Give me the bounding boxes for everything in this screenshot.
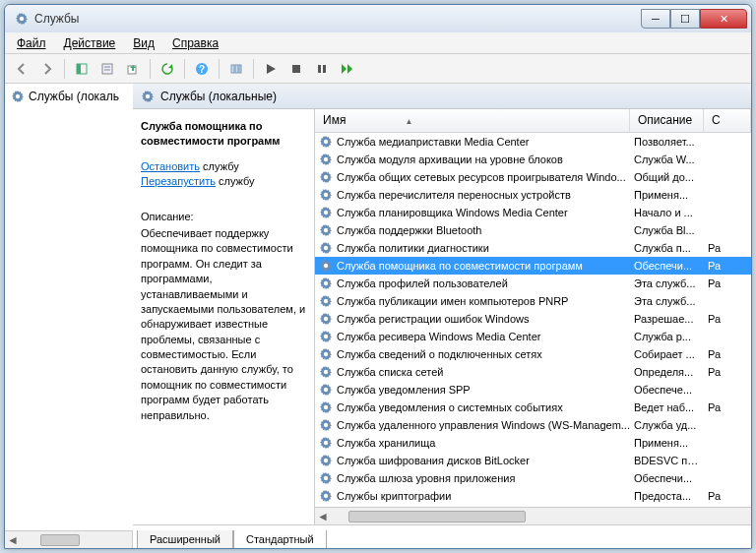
help-button[interactable]: ? bbox=[191, 58, 213, 80]
tab-extended[interactable]: Расширенный bbox=[137, 530, 233, 548]
show-hide-button[interactable] bbox=[71, 58, 93, 80]
service-name: Служба политики диагностики bbox=[337, 242, 489, 254]
service-row[interactable]: Служба уведомления о системных событияхВ… bbox=[315, 399, 751, 416]
tab-standard[interactable]: Стандартный bbox=[233, 530, 327, 548]
back-button[interactable] bbox=[11, 58, 32, 80]
gear-icon bbox=[319, 259, 333, 273]
service-name: Служба списка сетей bbox=[337, 366, 443, 378]
gear-icon bbox=[319, 312, 333, 326]
svg-rect-14 bbox=[323, 65, 326, 73]
service-desc: Обеспече... bbox=[630, 384, 704, 396]
service-row[interactable]: Служба модуля архивации на уровне блоков… bbox=[315, 151, 751, 168]
restart-button[interactable] bbox=[337, 58, 358, 80]
close-button[interactable]: ✕ bbox=[700, 9, 747, 29]
svg-rect-11 bbox=[239, 65, 241, 73]
service-name: Служба шлюза уровня приложения bbox=[337, 472, 515, 484]
column-name[interactable]: Имя▲ bbox=[315, 109, 630, 132]
gear-icon bbox=[319, 436, 333, 450]
tree-root[interactable]: Службы (локаль bbox=[9, 88, 129, 105]
stop-service-link[interactable]: Остановить службу bbox=[141, 159, 306, 174]
service-name: Служба общих сетевых ресурсов проигрыват… bbox=[337, 171, 626, 183]
columns-button[interactable] bbox=[225, 58, 247, 80]
service-row[interactable]: Служба уведомления SPPОбеспече... bbox=[315, 381, 751, 399]
service-row[interactable]: Служба удаленного управления Windows (WS… bbox=[315, 416, 751, 434]
svg-rect-12 bbox=[292, 65, 300, 73]
view-tabs: Расширенный Стандартный bbox=[133, 524, 751, 548]
list-header: Имя▲ Описание С bbox=[315, 109, 751, 133]
service-name: Служба модуля архивации на уровне блоков bbox=[337, 154, 563, 165]
service-row[interactable]: Служба поддержки BluetoothСлужба Bl... bbox=[315, 221, 751, 239]
restart-service-link[interactable]: Перезапустить службу bbox=[141, 174, 306, 189]
service-row[interactable]: Служба перечислителя переносных устройст… bbox=[315, 186, 751, 204]
service-row[interactable]: Служба медиаприставки Media CenterПозвол… bbox=[315, 133, 751, 151]
service-row[interactable]: Службы криптографииПредоста...Ра bbox=[315, 487, 751, 505]
service-name: Служба регистрации ошибок Windows bbox=[337, 313, 530, 325]
maximize-button[interactable]: ☐ bbox=[670, 9, 700, 29]
column-status[interactable]: С bbox=[704, 109, 751, 132]
service-status: Ра bbox=[704, 490, 751, 502]
menu-view[interactable]: Вид bbox=[125, 34, 162, 52]
service-desc: Эта служб... bbox=[630, 277, 704, 289]
service-row[interactable]: Служба ресивера Windows Media CenterСлуж… bbox=[315, 328, 751, 345]
list-hscrollbar[interactable]: ◄ bbox=[315, 507, 751, 524]
menu-help[interactable]: Справка bbox=[164, 34, 226, 52]
service-row[interactable]: Служба шифрования дисков BitLockerBDESVC… bbox=[315, 452, 751, 469]
service-desc: Общий до... bbox=[630, 171, 704, 183]
service-desc: Эта служб... bbox=[630, 295, 704, 307]
properties-button[interactable] bbox=[96, 58, 118, 80]
service-row[interactable]: Служба помощника по совместимости програ… bbox=[315, 257, 751, 275]
service-desc: Применя... bbox=[630, 437, 704, 449]
service-desc: Служба п... bbox=[630, 242, 704, 254]
gear-icon bbox=[319, 135, 333, 149]
service-name: Служба перечислителя переносных устройст… bbox=[337, 189, 571, 201]
service-row[interactable]: Служба регистрации ошибок WindowsРазреша… bbox=[315, 310, 751, 328]
service-row[interactable]: Служба списка сетейОпределя...Ра bbox=[315, 363, 751, 381]
service-row[interactable]: Служба политики диагностикиСлужба п...Ра bbox=[315, 239, 751, 257]
service-row[interactable]: Служба сведений о подключенных сетяхСоби… bbox=[315, 345, 751, 363]
list-body[interactable]: Служба медиаприставки Media CenterПозвол… bbox=[315, 133, 751, 507]
menu-action[interactable]: Действие bbox=[56, 34, 124, 52]
refresh-button[interactable] bbox=[157, 58, 178, 80]
gear-icon bbox=[319, 206, 333, 219]
service-name: Служба шифрования дисков BitLocker bbox=[337, 455, 530, 466]
services-window: Службы ─ ☐ ✕ Файл Действие Вид Справка ? bbox=[4, 4, 752, 549]
export-button[interactable] bbox=[122, 58, 144, 80]
services-list: Имя▲ Описание С Служба медиаприставки Me… bbox=[315, 109, 751, 524]
tree-hscrollbar[interactable]: ◄ bbox=[5, 530, 132, 548]
pane-title: Службы (локальные) bbox=[160, 90, 277, 103]
service-row[interactable]: Служба хранилищаПрименя... bbox=[315, 434, 751, 452]
service-name: Служба сведений о подключенных сетях bbox=[337, 348, 542, 360]
service-status: Ра bbox=[704, 401, 751, 413]
service-name: Служба ресивера Windows Media Center bbox=[337, 331, 540, 342]
pause-button[interactable] bbox=[311, 58, 333, 80]
service-status: Ра bbox=[704, 277, 751, 289]
start-button[interactable] bbox=[260, 58, 282, 80]
service-desc: BDESVC пр... bbox=[630, 455, 704, 466]
forward-button[interactable] bbox=[36, 58, 58, 80]
service-status: Ра bbox=[704, 366, 751, 378]
service-row[interactable]: Служба шлюза уровня приложенияОбеспечи..… bbox=[315, 469, 751, 487]
titlebar[interactable]: Службы ─ ☐ ✕ bbox=[5, 5, 751, 32]
service-desc: Служба Bl... bbox=[630, 224, 704, 236]
description-text: Обеспечивает поддержку помощника по совм… bbox=[141, 226, 306, 423]
detail-panel: Служба помощника по совместимости програ… bbox=[133, 109, 315, 524]
gear-icon bbox=[319, 471, 333, 485]
service-row[interactable]: Служба профилей пользователейЭта служб..… bbox=[315, 275, 751, 292]
window-title: Службы bbox=[34, 12, 641, 26]
gear-icon bbox=[319, 153, 333, 166]
menubar: Файл Действие Вид Справка bbox=[5, 32, 751, 54]
minimize-button[interactable]: ─ bbox=[641, 9, 670, 29]
service-name: Служба помощника по совместимости програ… bbox=[337, 260, 583, 272]
svg-rect-10 bbox=[235, 65, 238, 73]
column-description[interactable]: Описание bbox=[630, 109, 704, 132]
menu-file[interactable]: Файл bbox=[9, 34, 54, 52]
stop-button[interactable] bbox=[285, 58, 307, 80]
service-name: Служба хранилища bbox=[337, 437, 435, 449]
service-name: Служба профилей пользователей bbox=[337, 277, 508, 289]
service-row[interactable]: Служба планировщика Windows Media Center… bbox=[315, 204, 751, 221]
service-row[interactable]: Служба публикации имен компьютеров PNRPЭ… bbox=[315, 292, 751, 310]
service-desc: Определя... bbox=[630, 366, 704, 378]
svg-text:?: ? bbox=[199, 64, 205, 75]
service-row[interactable]: Служба общих сетевых ресурсов проигрыват… bbox=[315, 168, 751, 186]
service-desc: Собирает ... bbox=[630, 348, 704, 360]
